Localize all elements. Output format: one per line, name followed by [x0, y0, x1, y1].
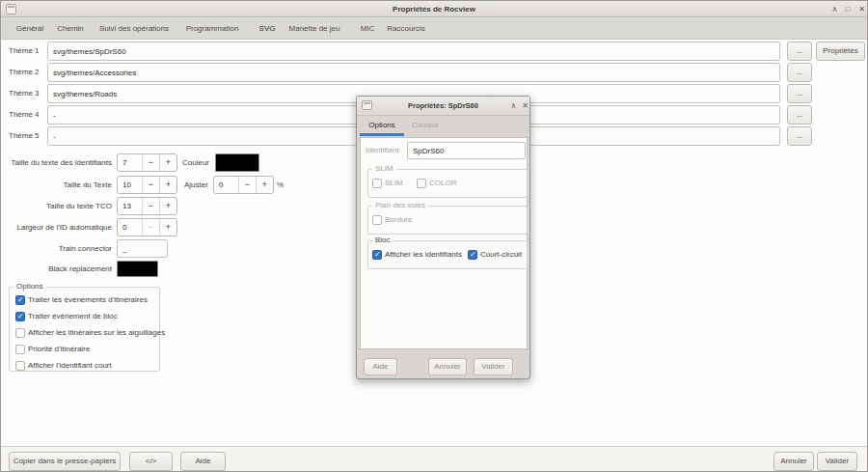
couleur-swatch[interactable] [215, 153, 259, 172]
shade-icon[interactable]: ∧ [828, 3, 841, 15]
minus-icon[interactable]: − [238, 177, 256, 193]
minus-icon[interactable]: − [142, 177, 159, 193]
checkbox-label: Afficher les identifiants [385, 249, 462, 261]
ajuster-unit: % [277, 176, 284, 194]
code-button[interactable]: </> [129, 452, 173, 471]
bloc-group-title: Bloc [372, 236, 393, 244]
footer-bar: Copier dans le presse-papiers </> Aide A… [1, 446, 867, 472]
dialog-annuler-button[interactable]: Annuler [428, 358, 467, 375]
tab-general[interactable]: Général [16, 17, 43, 40]
auto-id-width-value[interactable]: 0 [118, 219, 142, 236]
theme5-browse-button[interactable]: ... [787, 126, 812, 146]
tco-text-size-value[interactable]: 13 [118, 198, 142, 214]
checkbox-label: SLIM [385, 178, 403, 189]
plan-des-voies-group-title: Plan des voies [372, 201, 428, 209]
afficher-identifiant-court-checkbox[interactable] [15, 361, 25, 371]
plus-icon[interactable]: + [159, 219, 176, 236]
text-size-value[interactable]: 10 [118, 177, 142, 193]
checkbox-label: Traiter les évènements d'itinéraires [28, 294, 148, 306]
checkbox-label: Traiter évènement de bloc [28, 311, 118, 322]
tab-mic[interactable]: MIC [361, 17, 375, 40]
minus-icon[interactable]: − [142, 198, 159, 214]
tab-svg[interactable]: SVG [259, 17, 276, 40]
theme4-browse-button[interactable]: ... [787, 105, 812, 125]
theme1-input[interactable] [47, 42, 780, 61]
theme1-properties-button[interactable]: Propriétés [816, 42, 865, 61]
maximize-icon[interactable]: □ [842, 3, 854, 15]
ajuster-spinner: 0 − + [213, 176, 274, 194]
theme3-label: Thème 3 [9, 84, 40, 103]
theme4-label: Thème 4 [9, 105, 40, 125]
theme5-label: Thème 5 [9, 126, 40, 146]
auto-id-width-spinner: 0 − + [117, 218, 177, 236]
spdrs60-properties-dialog: Propriétés: SpDrS60 ∧ ✕ Options Couleur … [356, 96, 530, 379]
plus-icon[interactable]: + [159, 177, 176, 193]
tco-text-size-label: Taille du texte TCO [1, 197, 112, 215]
copy-clipboard-button[interactable]: Copier dans le presse-papiers [9, 452, 121, 471]
id-text-size-spinner: 7 − + [117, 153, 177, 172]
dialog-tab-options[interactable]: Options [368, 116, 395, 135]
checkbox-label: Court-circuit [480, 249, 522, 261]
plan-des-voies-group: Plan des voies Bordure [367, 206, 528, 235]
plus-icon[interactable]: + [159, 154, 176, 171]
dialog-aide-button[interactable]: Aide [364, 358, 397, 375]
traiter-evenements-itineraires-checkbox[interactable] [15, 295, 25, 305]
dialog-valider-button[interactable]: Valider [474, 358, 513, 375]
close-icon[interactable]: ✕ [855, 3, 868, 15]
black-replacement-label: Black replacement [1, 261, 112, 277]
theme1-browse-button[interactable]: ... [787, 42, 812, 61]
ajuster-label: Ajuster [184, 176, 208, 194]
identifiant-label: Identifiant [366, 142, 399, 159]
tab-suivi-des-operations[interactable]: Suivi des opérations [99, 17, 169, 40]
minus-icon: − [142, 219, 159, 236]
plus-icon[interactable]: + [256, 177, 273, 193]
annuler-button[interactable]: Annuler [773, 452, 814, 471]
slim-group: SLIM SLIM COLOR [367, 169, 528, 198]
id-text-size-label: Taille du texte des identifiants [1, 153, 112, 172]
options-group: Options Traiter les évènements d'itinéra… [9, 287, 160, 372]
couleur-label: Couleur [182, 153, 209, 172]
afficher-identifiants-checkbox[interactable] [372, 250, 382, 260]
theme2-browse-button[interactable]: ... [787, 63, 812, 82]
rocview-properties-window: Propriétés de Rocview ∧ □ ✕ Général Chem… [0, 0, 868, 472]
text-size-spinner: 10 − + [117, 176, 177, 194]
checkbox-label: Bordure [385, 214, 412, 226]
aide-button[interactable]: Aide [180, 452, 226, 471]
traiter-evenement-bloc-checkbox[interactable] [15, 312, 25, 321]
theme3-browse-button[interactable]: ... [787, 84, 812, 103]
dialog-tab-couleur[interactable]: Couleur [412, 116, 439, 135]
tab-raccourcis[interactable]: Raccourcis [387, 17, 425, 40]
valider-button[interactable]: Valider [817, 452, 857, 471]
afficher-itineraires-aiguillages-checkbox[interactable] [15, 328, 25, 338]
dialog-tab-panel: Identifiant SLIM SLIM COLOR Plan des voi… [360, 137, 528, 349]
title-bar: Propriétés de Rocview ∧ □ ✕ [1, 1, 867, 17]
slim-group-title: SLIM [372, 164, 396, 173]
tab-programmation[interactable]: Programmation [186, 17, 239, 40]
bordure-checkbox[interactable] [372, 215, 382, 225]
tab-chemin[interactable]: Chemin [57, 17, 84, 40]
text-size-label: Taille du Texte [1, 176, 112, 194]
dialog-title: Propriétés: SpDrS60 [357, 97, 529, 116]
color-checkbox[interactable] [417, 179, 426, 188]
identifiant-input[interactable] [407, 142, 526, 159]
theme2-input[interactable] [47, 63, 780, 82]
id-text-size-value[interactable]: 7 [118, 154, 142, 171]
bloc-group: Bloc Afficher les identifiants Court-cir… [367, 240, 528, 269]
options-group-title: Options [14, 282, 46, 291]
train-connector-label: Train connector [1, 239, 112, 258]
dialog-title-bar: Propriétés: SpDrS60 ∧ ✕ [357, 97, 529, 116]
court-circuit-checkbox[interactable] [468, 250, 477, 260]
checkbox-label: Afficher l'identifiant court [28, 360, 112, 372]
plus-icon[interactable]: + [159, 198, 176, 214]
checkbox-label: Priorité d'itinéraire [28, 344, 90, 355]
minus-icon[interactable]: − [142, 154, 159, 171]
black-replacement-swatch[interactable] [117, 261, 158, 277]
tab-manette-de-jeu[interactable]: Manette de jeu [289, 17, 340, 40]
auto-id-width-label: Largeur de l'ID automatique [1, 218, 112, 236]
theme1-label: Thème 1 [9, 42, 40, 61]
close-icon[interactable]: ✕ [519, 99, 531, 112]
slim-checkbox[interactable] [372, 179, 382, 188]
train-connector-input[interactable] [117, 239, 168, 258]
ajuster-value[interactable]: 0 [214, 177, 238, 193]
priorite-itineraire-checkbox[interactable] [15, 345, 25, 354]
